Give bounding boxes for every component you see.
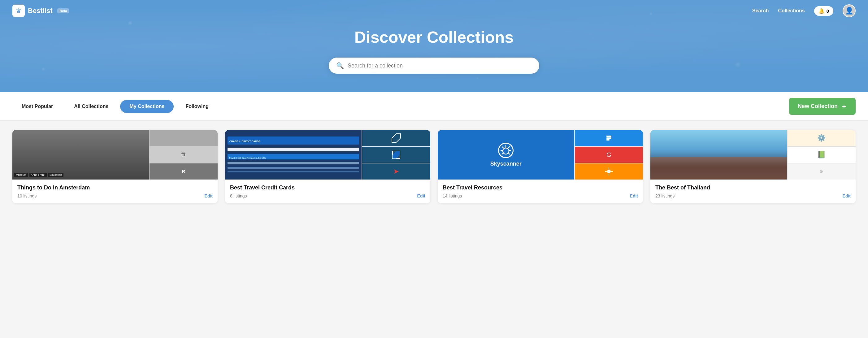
card-listings-amsterdam: 10 listings [17,193,36,198]
amsterdam-side-1 [150,130,218,146]
cc-side-3: ➤ [362,163,430,180]
google-icon: G [607,151,611,158]
travel-resource-icon-1 [604,134,613,143]
collection-search-input[interactable] [348,63,532,69]
logo-area[interactable]: ♛ Bestlist Beta [12,5,69,17]
cards-grid: Museum Anne Frank Education 🏛 R Things t… [0,121,868,213]
amsterdam-side-3: R [150,163,218,180]
sky-side-1 [575,130,643,146]
svg-line-6 [508,147,509,148]
tab-my-collections[interactable]: My Collections [120,100,174,113]
cc-side-1 [362,130,430,146]
sky-side-3 [575,163,643,180]
search-bar: 🔍 [329,58,539,74]
new-collection-label: New Collection [798,103,838,110]
svg-line-11 [502,153,503,154]
collection-card-travel-resources[interactable]: Skyscanner G [438,130,643,203]
svg-rect-13 [607,137,611,139]
amsterdam-label-museum: Museum [14,173,28,177]
collection-card-thailand[interactable]: ⚙️ 📗 ⚙ The Best of Thailand 23 listings … [650,130,856,203]
svg-line-9 [502,147,503,148]
card-footer-thailand: 23 listings Edit [655,193,851,198]
amsterdam-label-education: Education [48,173,63,177]
new-collection-button[interactable]: New Collection ＋ [789,98,856,115]
chase-header-text: CHASE ✦ CREDIT CARDS [229,140,260,143]
nav-right: Search Collections 🔔 0 👤 [752,4,856,17]
plus-icon: ＋ [841,102,847,111]
cc-arrow-icon: ➤ [394,168,399,175]
sky-side-2: G [575,147,643,163]
card-footer-credit-cards: 8 listings Edit [230,193,425,198]
navbar: ♛ Bestlist Beta Search Collections 🔔 0 👤 [0,0,868,22]
tab-all-collections[interactable]: All Collections [65,100,118,113]
thailand-main-image [650,130,787,180]
avatar[interactable]: 👤 [843,4,856,17]
thailand-side-3: ⚙ [787,163,856,180]
svg-line-8 [508,153,509,154]
card-body-amsterdam: Things to Do in Amsterdam 10 listings Ed… [12,180,218,203]
card-edit-travel-resources[interactable]: Edit [630,193,638,198]
card-listings-thailand: 23 listings [655,193,675,198]
skyscanner-main-image: Skyscanner [438,130,574,180]
card-title-credit-cards: Best Travel Credit Cards [230,184,425,191]
search-icon: 🔍 [336,62,344,69]
sun-burst-icon [604,167,613,176]
collections-nav-link[interactable]: Collections [778,8,805,13]
svg-marker-3 [393,151,400,158]
skyscanner-brand-name: Skyscanner [490,161,522,167]
card-listings-credit-cards: 8 listings [230,193,247,198]
book-icon: 📗 [817,151,826,159]
card-footer-amsterdam: 10 listings Edit [17,193,213,198]
card-image-thailand: ⚙️ 📗 ⚙ [650,130,856,180]
amsterdam-side-2: 🏛 [150,147,218,163]
bell-icon: 🔔 [818,8,825,14]
thailand-side-1: ⚙️ [787,130,856,146]
svg-point-4 [503,148,509,154]
svg-rect-12 [607,135,611,137]
card-image-travel-resources: Skyscanner G [438,130,643,180]
chase-logo-2 [391,150,401,160]
card-image-amsterdam: Museum Anne Frank Education 🏛 R [12,130,218,180]
settings-orange-icon: ⚙️ [817,134,826,142]
card-title-travel-resources: Best Travel Resources [443,184,638,191]
svg-point-15 [607,170,611,173]
card-title-amsterdam: Things to Do in Amsterdam [17,184,213,191]
card-listings-travel-resources: 14 listings [443,193,462,198]
card-body-travel-resources: Best Travel Resources 14 listings Edit [438,180,643,203]
beta-badge: Beta [57,8,69,13]
skyscanner-sun-icon [498,143,514,158]
cc-side-2 [362,147,430,163]
logo-icon: ♛ [12,5,25,17]
svg-rect-14 [607,139,610,141]
site-name: Bestlist [28,7,52,15]
placeholder-icon-1: ⚙ [819,169,824,174]
collection-card-amsterdam[interactable]: Museum Anne Frank Education 🏛 R Things t… [12,130,218,203]
search-nav-link[interactable]: Search [752,8,769,13]
notification-count: 0 [827,8,829,13]
card-body-credit-cards: Best Travel Credit Cards 8 listings Edit [225,180,430,203]
tabs-area: Most Popular All Collections My Collecti… [0,92,868,121]
tab-most-popular[interactable]: Most Popular [12,100,62,113]
collection-card-credit-cards[interactable]: CHASE ✦ CREDIT CARDS Travel Credit Card … [225,130,430,203]
card-body-thailand: The Best of Thailand 23 listings Edit [650,180,856,203]
notification-button[interactable]: 🔔 0 [814,6,833,16]
credit-card-main-image: CHASE ✦ CREDIT CARDS Travel Credit Card … [225,130,362,180]
card-edit-amsterdam[interactable]: Edit [205,193,213,198]
chase-logo-1 [391,133,401,143]
cc-card-label: Travel Credit Card Rewards & Benefits [229,157,266,159]
amsterdam-main-image: Museum Anne Frank Education [12,130,149,180]
tabs: Most Popular All Collections My Collecti… [12,100,218,113]
card-title-thailand: The Best of Thailand [655,184,851,191]
card-edit-thailand[interactable]: Edit [843,193,851,198]
thailand-side-2: 📗 [787,147,856,163]
card-edit-credit-cards[interactable]: Edit [417,193,425,198]
hero-title: Discover Collections [0,28,868,47]
card-image-credit-cards: CHASE ✦ CREDIT CARDS Travel Credit Card … [225,130,430,180]
tab-following[interactable]: Following [176,100,218,113]
amsterdam-label-annefrank: Anne Frank [29,173,47,177]
card-footer-travel-resources: 14 listings Edit [443,193,638,198]
